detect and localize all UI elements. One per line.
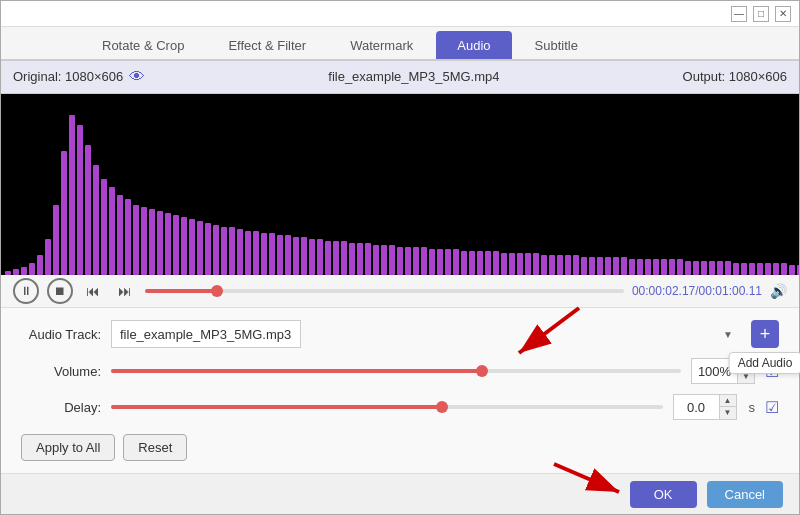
stop-button[interactable]: ⏹ [47,278,73,304]
delay-check-icon[interactable]: ☑ [765,398,779,417]
delay-unit: s [749,400,756,415]
original-info: Original: 1080×606 👁 [13,68,145,86]
volume-row: Volume: ▲ ▼ ☑ [21,358,779,384]
footer: OK Cancel [1,473,799,514]
add-audio-tooltip: Add Audio [729,352,800,374]
title-bar: — □ ✕ [1,1,799,27]
waveform [1,94,799,275]
audio-track-label: Audio Track: [21,327,101,342]
delay-label: Delay: [21,400,101,415]
volume-slider-track[interactable] [111,369,681,373]
maximize-button[interactable]: □ [753,6,769,22]
progress-fill [145,289,217,293]
original-label: Original: 1080×606 [13,69,123,84]
volume-icon[interactable]: 🔊 [770,283,787,299]
preview-header: Original: 1080×606 👁 file_example_MP3_5M… [1,61,799,94]
audio-track-dropdown-wrapper: file_example_MP3_5MG.mp3 ▼ [111,320,741,348]
video-preview [1,94,799,275]
eye-icon[interactable]: 👁 [129,68,145,86]
close-button[interactable]: ✕ [775,6,791,22]
delay-input-group: ▲ ▼ [673,394,737,420]
apply-all-button[interactable]: Apply to All [21,434,115,461]
minimize-button[interactable]: — [731,6,747,22]
next-button[interactable]: ⏭ [113,279,137,303]
tab-subtitle[interactable]: Subtitle [514,31,599,59]
delay-slider-fill [111,405,442,409]
action-buttons: Apply to All Reset [21,434,779,461]
volume-slider-container [111,369,681,373]
ok-button[interactable]: OK [630,481,697,508]
volume-slider-thumb [476,365,488,377]
volume-slider-fill [111,369,482,373]
prev-button[interactable]: ⏮ [81,279,105,303]
delay-input[interactable] [674,400,719,415]
tab-bar: Rotate & Crop Effect & Filter Watermark … [1,27,799,61]
delay-row: Delay: ▲ ▼ s ☑ [21,394,779,420]
settings-panel: Audio Track: file_example_MP3_5MG.mp3 ▼ … [1,308,799,473]
audio-track-row: Audio Track: file_example_MP3_5MG.mp3 ▼ … [21,320,779,348]
delay-up-button[interactable]: ▲ [720,395,736,407]
volume-label: Volume: [21,364,101,379]
progress-bar[interactable] [145,289,624,293]
add-audio-button[interactable]: + Add Audio [751,320,779,348]
output-label: Output: 1080×606 [683,69,787,84]
window-controls: — □ ✕ [731,6,791,22]
delay-slider-track[interactable] [111,405,663,409]
dropdown-arrow-icon: ▼ [723,329,733,340]
audio-track-select[interactable]: file_example_MP3_5MG.mp3 [111,320,301,348]
tab-effect[interactable]: Effect & Filter [207,31,327,59]
filename-label: file_example_MP3_5MG.mp4 [328,69,499,84]
plus-icon: + [760,324,771,345]
tab-watermark[interactable]: Watermark [329,31,434,59]
time-display: 00:00:02.17/00:01:00.11 [632,284,762,298]
delay-slider-thumb [436,401,448,413]
cancel-button[interactable]: Cancel [707,481,783,508]
reset-button[interactable]: Reset [123,434,187,461]
controls-bar: ⏸ ⏹ ⏮ ⏭ 00:00:02.17/00:01:00.11 🔊 [1,275,799,308]
delay-down-button[interactable]: ▼ [720,407,736,419]
tab-audio[interactable]: Audio [436,31,511,59]
pause-button[interactable]: ⏸ [13,278,39,304]
delay-slider-container [111,405,663,409]
tab-rotate[interactable]: Rotate & Crop [81,31,205,59]
delay-spin-buttons: ▲ ▼ [719,395,736,419]
progress-thumb [211,285,223,297]
main-window: — □ ✕ Rotate & Crop Effect & Filter Wate… [0,0,800,515]
